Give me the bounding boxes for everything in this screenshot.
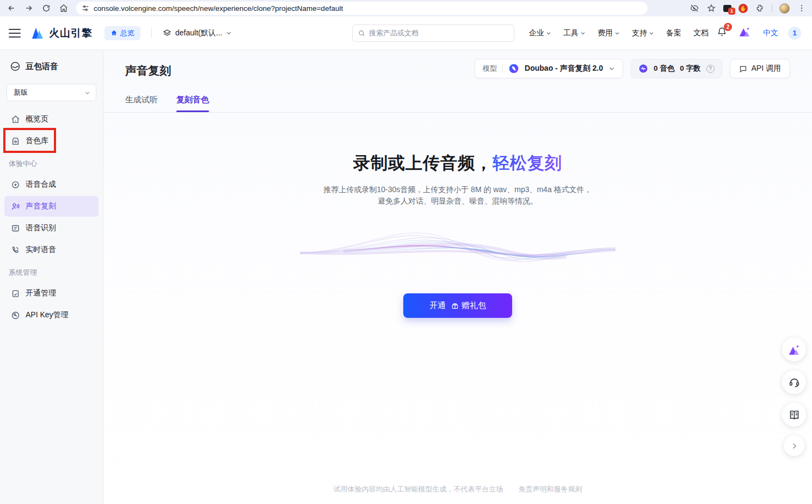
nav-menu-tools[interactable]: 工具 <box>558 25 590 41</box>
chevron-down-icon <box>226 30 232 36</box>
ai-assistant-icon[interactable] <box>738 26 751 40</box>
nav-link-beian[interactable]: 备案 <box>661 25 686 41</box>
voice-clone-icon <box>11 202 20 211</box>
model-value: Doubao - 声音复刻 2.0 <box>525 64 603 73</box>
audio-wave-illustration <box>300 222 616 279</box>
volcengine-logo[interactable]: 火山引擎 <box>30 26 93 40</box>
footer-disclaimer-link[interactable]: 免责声明和服务规则 <box>519 484 582 494</box>
ai-assistant-float-button[interactable] <box>782 337 806 361</box>
quota-icon <box>638 64 648 73</box>
hide-eye-icon[interactable] <box>690 3 699 13</box>
sidebar-section-system: 系统管理 <box>0 261 103 282</box>
version-selector[interactable]: 新版 <box>7 84 96 101</box>
nav-link-docs[interactable]: 文档 <box>688 25 713 41</box>
home-icon <box>110 29 118 36</box>
search-icon <box>358 29 365 37</box>
extensions-puzzle-icon[interactable] <box>755 3 765 13</box>
language-switcher[interactable]: 中文 <box>763 28 778 38</box>
gift-pack-label: 赠礼包 <box>462 300 486 311</box>
sidebar-item-label: API Key管理 <box>26 310 69 320</box>
nav-menu-billing[interactable]: 费用 <box>593 25 625 41</box>
brand-name: 火山引擎 <box>49 26 93 40</box>
sidebar-item-overview[interactable]: 概览页 <box>4 109 99 130</box>
layers-icon <box>163 29 171 38</box>
sidebar-item-api-key[interactable]: API Key管理 <box>4 305 99 325</box>
project-selector[interactable]: default(默认... <box>163 28 232 38</box>
search-input[interactable] <box>369 29 508 37</box>
page-footer: 试用体验内容均由人工智能模型生成，不代表平台立场 免责声明和服务规则 <box>103 484 812 494</box>
sidebar-item-voice-clone[interactable]: 声音复刻 <box>4 196 99 217</box>
volcano-logo-icon <box>30 27 45 39</box>
nav-menu-enterprise[interactable]: 企业 <box>524 25 556 41</box>
browser-home-icon[interactable] <box>59 3 69 13</box>
hero-heading-main: 录制或上传音频， <box>353 153 493 173</box>
sidebar-extension-icon[interactable]: 1 <box>723 5 731 12</box>
sidebar-item-tts[interactable]: 语音合成 <box>4 174 99 195</box>
activate-button[interactable]: 开通 赠礼包 <box>403 293 512 318</box>
notification-bell-icon[interactable]: 2 <box>717 27 727 39</box>
chevron-down-icon <box>608 65 615 72</box>
address-bar[interactable]: console.volcengine.com/speech/new/experi… <box>76 2 648 15</box>
divider <box>151 28 152 38</box>
doubao-voice-icon <box>10 61 21 72</box>
headset-icon <box>789 377 800 388</box>
documentation-button[interactable] <box>782 403 806 427</box>
footer-disclaimer: 试用体验内容均由人工智能模型生成，不代表平台立场 <box>334 484 503 494</box>
chevron-down-icon <box>580 30 586 36</box>
extension-badge: 1 <box>728 8 735 15</box>
browser-back-icon[interactable] <box>7 3 16 13</box>
hamburger-menu-icon[interactable] <box>9 29 21 38</box>
model-label: 模型 <box>483 64 497 73</box>
adblock-extension-icon[interactable]: ✋ <box>739 4 748 13</box>
chat-bubble-icon <box>739 65 747 73</box>
menu-label: 企业 <box>529 28 544 38</box>
sidebar-item-voice-library[interactable]: 音色库 <box>4 131 99 151</box>
asr-icon <box>11 224 20 233</box>
divider <box>502 64 503 73</box>
sidebar-item-asr[interactable]: 语音识别 <box>4 218 99 238</box>
divider <box>103 112 812 113</box>
sidebar-item-label: 声音复刻 <box>26 201 56 211</box>
project-value: default(默认... <box>175 28 222 38</box>
chevron-down-icon <box>84 90 90 96</box>
collapse-toolbar-button[interactable] <box>784 435 804 456</box>
overview-label: 总览 <box>120 28 134 38</box>
sidebar-item-label: 语音识别 <box>26 223 56 233</box>
gift-icon <box>451 302 459 310</box>
customer-support-button[interactable] <box>782 370 806 394</box>
tts-icon <box>11 180 20 189</box>
browser-profile-avatar[interactable] <box>779 3 790 14</box>
browser-reload-icon[interactable] <box>41 3 51 13</box>
sidebar-item-label: 开通管理 <box>26 288 56 298</box>
browser-toolbar: console.volcengine.com/speech/new/experi… <box>0 0 812 16</box>
site-info-icon[interactable] <box>82 4 89 12</box>
home-outline-icon <box>11 115 20 124</box>
user-avatar[interactable]: 1 <box>788 27 801 40</box>
chevron-down-icon <box>614 30 620 36</box>
floating-toolbar <box>782 337 806 456</box>
sidebar-product-header[interactable]: 豆包语音 <box>0 57 103 79</box>
hero-heading: 录制或上传音频，轻松复刻 <box>103 152 812 175</box>
quota-stats[interactable]: 0 音色 0 字数 ? <box>631 59 722 78</box>
model-selector[interactable]: 模型 Doubao - 声音复刻 2.0 <box>475 59 623 78</box>
url-text[interactable]: console.volcengine.com/speech/new/experi… <box>94 4 343 13</box>
sidebar-item-realtime-voice[interactable]: 实时语音 <box>4 239 99 260</box>
browser-forward-icon[interactable] <box>24 3 34 13</box>
sidebar-item-label: 语音合成 <box>26 180 56 189</box>
tab-generate-preview[interactable]: 生成试听 <box>125 95 158 112</box>
bookmark-star-icon[interactable] <box>706 3 716 13</box>
divider <box>772 4 772 13</box>
global-search[interactable] <box>352 24 514 42</box>
tab-clone-voice[interactable]: 复刻音色 <box>176 95 209 112</box>
menu-label: 工具 <box>563 28 579 38</box>
sidebar-item-label: 概览页 <box>26 114 48 124</box>
notification-count-badge: 2 <box>724 23 732 31</box>
help-icon[interactable]: ? <box>706 65 715 73</box>
tab-bar: 生成试听 复刻音色 <box>125 95 790 112</box>
nav-menu-support[interactable]: 支持 <box>627 25 659 41</box>
realtime-voice-icon <box>11 245 20 255</box>
sidebar-item-activation[interactable]: 开通管理 <box>4 283 99 304</box>
api-call-button[interactable]: API 调用 <box>730 59 790 78</box>
overview-badge[interactable]: 总览 <box>104 26 140 40</box>
browser-menu-icon[interactable] <box>797 3 807 13</box>
